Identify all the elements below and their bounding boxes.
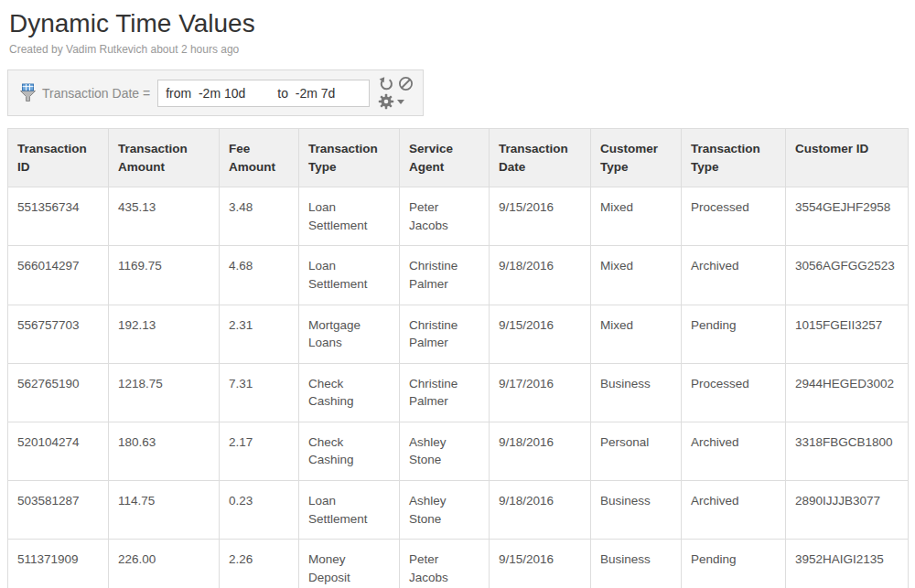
- filter-field-label: Transaction Date =: [42, 86, 150, 101]
- table-cell: 226.00: [109, 540, 220, 588]
- table-cell: 1015FGEII3257: [786, 305, 909, 363]
- settings-gear-icon[interactable]: [376, 92, 406, 111]
- table-cell: 2944HEGED3002: [786, 363, 909, 422]
- page-title: Dynamic Time Values: [9, 9, 908, 38]
- table-row: 5660142971169.754.68Loan SettlementChris…: [8, 246, 909, 305]
- table-cell: Business: [591, 363, 682, 422]
- column-header[interactable]: Transaction Type: [299, 129, 400, 187]
- table-cell: Ashley Stone: [400, 480, 490, 539]
- table-cell: Business: [591, 480, 682, 539]
- table-cell: 9/18/2016: [490, 480, 591, 539]
- table-cell: 511371909: [8, 540, 109, 588]
- cancel-filter-icon[interactable]: [396, 75, 415, 92]
- table-cell: 520104274: [8, 422, 109, 480]
- table-cell: 9/18/2016: [490, 246, 591, 305]
- table-cell: 192.13: [109, 305, 220, 363]
- table-cell: Archived: [682, 246, 786, 305]
- page-subtitle: Created by Vadim Rutkevich about 2 hours…: [9, 43, 908, 56]
- table-cell: 0.23: [220, 480, 299, 539]
- filter-funnel-icon: [19, 83, 37, 102]
- data-table: Transaction IDTransaction AmountFee Amou…: [7, 128, 909, 588]
- filter-actions: [376, 75, 415, 111]
- table-cell: Check Cashing: [299, 422, 400, 480]
- table-row: 511371909226.002.26Money DepositPeter Ja…: [8, 540, 909, 588]
- table-cell: Archived: [682, 422, 786, 480]
- table-cell: Check Cashing: [299, 363, 400, 422]
- page: Dynamic Time Values Created by Vadim Rut…: [0, 0, 915, 588]
- table-cell: 9/18/2016: [490, 422, 591, 480]
- column-header[interactable]: Transaction Date: [490, 129, 591, 187]
- table-cell: Personal: [591, 422, 682, 480]
- table-cell: 566014297: [8, 246, 109, 305]
- table-row: 556757703192.132.31Mortgage LoansChristi…: [8, 305, 909, 363]
- table-header-row: Transaction IDTransaction AmountFee Amou…: [8, 129, 909, 187]
- table-row: 520104274180.632.17Check CashingAshley S…: [8, 422, 909, 480]
- column-header[interactable]: Transaction Type: [682, 129, 786, 187]
- dropdown-caret-icon: [397, 100, 404, 104]
- table-cell: 3056AGFGG2523: [786, 246, 909, 305]
- table-cell: 2.17: [220, 422, 299, 480]
- table-cell: 3318FBGCB1800: [786, 422, 909, 480]
- table-cell: 9/15/2016: [490, 187, 591, 246]
- table-cell: 2.31: [220, 305, 299, 363]
- table-cell: 1169.75: [109, 246, 220, 305]
- table-cell: Mixed: [591, 246, 682, 305]
- table-cell: 3.48: [220, 187, 299, 246]
- table-body: 551356734435.133.48Loan SettlementPeter …: [8, 187, 909, 588]
- table-cell: Ashley Stone: [400, 422, 490, 480]
- table-cell: 180.63: [109, 422, 220, 480]
- table-cell: 114.75: [109, 480, 220, 539]
- table-cell: 3952HAIGI2135: [786, 540, 909, 588]
- table-cell: 551356734: [8, 187, 109, 246]
- undo-icon[interactable]: [376, 75, 396, 92]
- table-cell: 556757703: [8, 305, 109, 363]
- table-cell: Peter Jacobs: [400, 187, 490, 246]
- table-cell: Christine Palmer: [400, 363, 490, 422]
- table-cell: Loan Settlement: [299, 246, 400, 305]
- table-header-row: Transaction IDTransaction AmountFee Amou…: [8, 129, 909, 187]
- column-header[interactable]: Service Agent: [400, 129, 490, 187]
- table-cell: Loan Settlement: [299, 480, 400, 539]
- column-header[interactable]: Customer Type: [591, 129, 682, 187]
- table-cell: Processed: [682, 363, 786, 422]
- table-cell: 2890IJJJB3077: [786, 480, 909, 539]
- table-row: 503581287114.750.23Loan SettlementAshley…: [8, 480, 909, 539]
- table-cell: Christine Palmer: [400, 246, 490, 305]
- table-cell: 7.31: [220, 363, 299, 422]
- column-header[interactable]: Transaction Amount: [109, 129, 220, 187]
- table-cell: 9/15/2016: [490, 540, 591, 588]
- table-cell: Business: [591, 540, 682, 588]
- table-cell: Money Deposit: [299, 540, 400, 588]
- table-cell: Mixed: [591, 187, 682, 246]
- table-cell: 9/17/2016: [490, 363, 591, 422]
- column-header[interactable]: Transaction ID: [8, 129, 109, 187]
- table-row: 5627651901218.757.31Check CashingChristi…: [8, 363, 909, 422]
- table-cell: Mortgage Loans: [299, 305, 400, 363]
- table-cell: 4.68: [220, 246, 299, 305]
- table-cell: 435.13: [109, 187, 220, 246]
- table-cell: Pending: [682, 540, 786, 588]
- table-cell: Archived: [682, 480, 786, 539]
- table-cell: Pending: [682, 305, 786, 363]
- table-cell: 3554GEJHF2958: [786, 187, 909, 246]
- table-cell: Loan Settlement: [299, 187, 400, 246]
- column-header[interactable]: Fee Amount: [220, 129, 299, 187]
- table-cell: 9/15/2016: [490, 305, 591, 363]
- table-cell: 2.26: [220, 540, 299, 588]
- table-cell: Peter Jacobs: [400, 540, 490, 588]
- table-cell: Processed: [682, 187, 786, 246]
- table-cell: 503581287: [8, 480, 109, 539]
- column-header[interactable]: Customer ID: [786, 129, 909, 187]
- table-cell: Christine Palmer: [400, 305, 490, 363]
- table-row: 551356734435.133.48Loan SettlementPeter …: [8, 187, 909, 246]
- table-cell: 1218.75: [109, 363, 220, 422]
- filter-bar: Transaction Date =: [7, 69, 424, 116]
- table-cell: 562765190: [8, 363, 109, 422]
- table-cell: Mixed: [591, 305, 682, 363]
- filter-value-input[interactable]: [157, 80, 370, 107]
